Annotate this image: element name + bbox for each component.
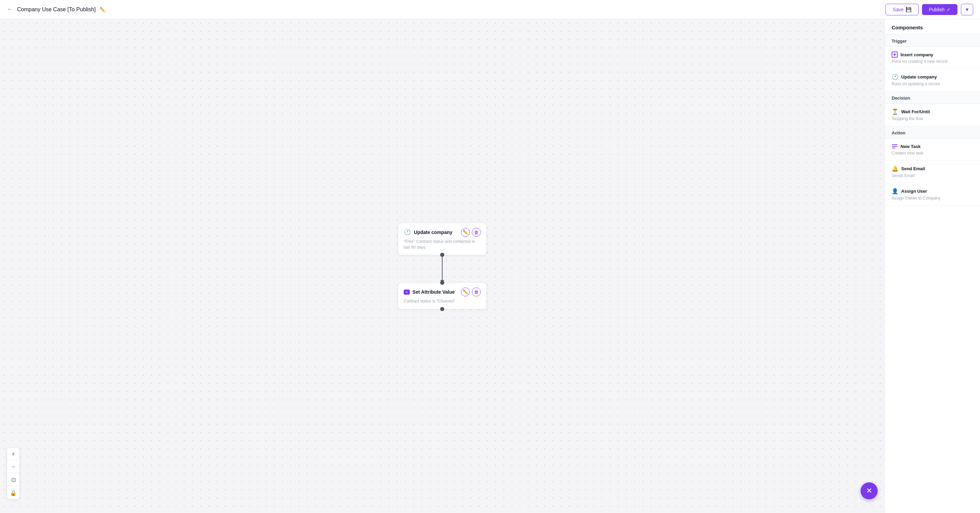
sidebar-item-insert-company[interactable]: Insert company Runs on creating a new re… [885,47,980,69]
assign-user-title: Assign User [901,189,927,194]
save-icon: 💾 [905,7,912,12]
close-float-button[interactable]: ✕ [861,482,878,499]
new-task-title: New Task [900,144,921,149]
fit-button[interactable]: ⊡ [7,474,19,486]
node-title-group-update: 🕐 Update company [404,229,452,236]
update-company-description: "Free" Contract status and contacted in … [404,239,481,250]
publish-check-icon: ✓ [947,7,951,12]
save-label: Save [892,7,904,12]
delete-set-attribute-button[interactable]: 🗑 [472,287,481,296]
zoom-in-button[interactable]: + [7,448,19,460]
action-section-header: Action [885,126,980,138]
set-attribute-title: Set Attribute Value [412,289,455,295]
insert-company-title-row: Insert company [892,51,973,58]
node-header-set-attr: ≡ Set Attribute Value ✏️ 🗑 [404,287,481,296]
svg-rect-1 [892,144,897,145]
wait-for-title: Wait For/Until [901,109,930,114]
publish-label: Publish [929,7,945,12]
set-attribute-node[interactable]: ≡ Set Attribute Value ✏️ 🗑 Contract stat… [398,283,487,310]
header-left: ← Company Use Case [To Publish] ✏️ [7,6,105,13]
zoom-out-button[interactable]: − [7,461,19,473]
back-button[interactable]: ← [7,6,13,13]
node-title-group-set-attr: ≡ Set Attribute Value [404,289,455,295]
sidebar-title: Components [892,25,923,30]
new-task-desc: Creates new task [892,151,973,156]
update-company-sidebar-icon: 🕐 [892,74,899,80]
insert-company-desc: Runs on creating a new record [892,59,973,64]
new-task-icon [892,143,898,149]
edit-title-icon[interactable]: ✏️ [100,7,105,12]
flow-container: 🕐 Update company ✏️ 🗑 "Free" Contract st… [398,223,487,310]
wait-for-desc: Stopping the flow [892,116,973,121]
delete-update-company-button[interactable]: 🗑 [472,228,481,237]
set-attribute-icon: ≡ [404,290,410,295]
insert-company-icon [892,51,898,58]
edit-set-attribute-button[interactable]: ✏️ [461,287,470,296]
node-header-update: 🕐 Update company ✏️ 🗑 [404,228,481,237]
update-company-title: Update company [414,230,452,235]
wait-for-title-row: ⏳ Wait For/Until [892,108,973,115]
new-task-title-row: New Task [892,143,973,149]
sidebar-item-assign-user[interactable]: 👤 Assign User Assign Owner to Company [885,183,980,206]
page-title: Company Use Case [To Publish] [17,6,95,13]
update-company-sidebar-desc: Runs on updating a record [892,81,973,86]
trigger-section-header: Trigger [885,35,980,47]
lock-button[interactable]: 🔒 [7,487,19,499]
node-actions-update: ✏️ 🗑 [461,228,481,237]
save-button[interactable]: Save 💾 [886,4,919,15]
send-email-title: Send Email [901,166,925,171]
sidebar-header: Components [885,19,980,35]
wait-for-icon: ⏳ [892,108,899,115]
node-dot-top-set-attr [440,281,444,285]
header-right: Save 💾 Publish ✓ ▼ [886,4,973,15]
edit-update-company-button[interactable]: ✏️ [461,228,470,237]
insert-company-title: Insert company [900,52,933,57]
svg-rect-3 [892,148,896,148]
publish-button[interactable]: Publish ✓ [922,4,958,15]
sidebar-item-send-email[interactable]: 🔔 Send Email Sends Email [885,160,980,183]
update-company-sidebar-title: Update company [901,75,937,79]
app-header: ← Company Use Case [To Publish] ✏️ Save … [0,0,980,19]
assign-user-title-row: 👤 Assign User [892,188,973,194]
send-email-icon: 🔔 [892,165,899,172]
svg-rect-2 [892,146,897,147]
update-company-node[interactable]: 🕐 Update company ✏️ 🗑 "Free" Contract st… [398,223,487,256]
sidebar-item-update-company[interactable]: 🕐 Update company Runs on updating a reco… [885,69,980,91]
set-attribute-description: Contract status is "Churned" [404,299,481,304]
connector-1 [442,255,442,283]
assign-user-icon: 👤 [892,188,899,194]
send-email-title-row: 🔔 Send Email [892,165,973,172]
update-company-title-row: 🕐 Update company [892,74,973,80]
components-sidebar: Components Trigger Insert company Runs o… [885,19,980,513]
node-actions-set-attr: ✏️ 🗑 [461,287,481,296]
decision-section-header: Decision [885,91,980,104]
workflow-canvas[interactable]: 🕐 Update company ✏️ 🗑 "Free" Contract st… [0,19,885,513]
zoom-controls: + − ⊡ 🔒 [7,448,20,499]
update-company-icon: 🕐 [404,229,411,236]
assign-user-desc: Assign Owner to Company [892,196,973,200]
send-email-desc: Sends Email [892,173,973,178]
node-dot-bottom-set-attr [440,307,444,311]
connector-line-1 [442,255,442,283]
sidebar-item-new-task[interactable]: New Task Creates new task [885,138,980,160]
header-dropdown-button[interactable]: ▼ [961,4,973,15]
sidebar-item-wait-for-until[interactable]: ⏳ Wait For/Until Stopping the flow [885,104,980,126]
